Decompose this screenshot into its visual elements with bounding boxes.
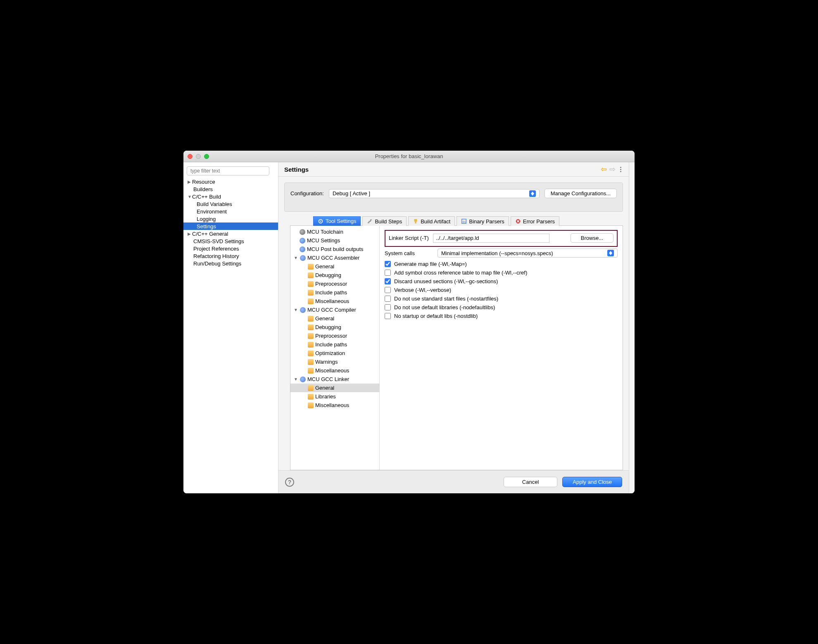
tree-label: Logging: [197, 216, 216, 222]
view-menu-icon[interactable]: [618, 167, 623, 172]
tool-c-misc[interactable]: Miscellaneous: [290, 366, 379, 375]
tool-label: Preprocessor: [315, 281, 347, 287]
main-panel: Settings ⇦ ⇨ Configuration: Debug [ Acti…: [278, 162, 629, 493]
help-icon[interactable]: ?: [285, 478, 294, 487]
back-icon[interactable]: ⇦: [601, 165, 607, 174]
tool-c-debug[interactable]: Debugging: [290, 323, 379, 331]
sidebar: ▶Resource Builders ▼C/C++ Build Build Va…: [183, 162, 278, 493]
tool-c-warn[interactable]: Warnings: [290, 358, 379, 366]
tab-build-artifact[interactable]: Build Artifact: [408, 216, 455, 226]
tool-compiler[interactable]: ▼MCU GCC Compiler: [290, 305, 379, 314]
cancel-button[interactable]: Cancel: [504, 477, 557, 487]
tool-label: General: [315, 385, 334, 391]
tool-icon: [300, 376, 306, 382]
syscalls-select[interactable]: Minimal implementation (--specs=nosys.sp…: [438, 249, 618, 258]
tab-label: Binary Parsers: [469, 218, 504, 225]
tool-asm-debug[interactable]: Debugging: [290, 271, 379, 279]
tree-item-settings[interactable]: Settings: [183, 223, 278, 230]
syscalls-row: System calls Minimal implementation (--s…: [385, 249, 618, 258]
tab-error-parsers[interactable]: Error Parsers: [511, 216, 559, 226]
cb-cref[interactable]: [385, 270, 391, 276]
tool-c-include[interactable]: Include paths: [290, 340, 379, 349]
tree-item-builders[interactable]: Builders: [183, 185, 278, 193]
category-tree: ▶Resource Builders ▼C/C++ Build Build Va…: [183, 178, 278, 267]
cb-map-row: Generate map file (-Wl,-Map=): [385, 261, 618, 267]
manage-configurations-button[interactable]: Manage Configurations...: [545, 189, 617, 198]
scrollbar[interactable]: [629, 162, 635, 493]
tool-label: MCU GCC Linker: [307, 376, 349, 382]
tool-l-misc[interactable]: Miscellaneous: [290, 401, 379, 410]
tab-label: Build Steps: [375, 218, 402, 225]
tool-icon: [300, 255, 306, 261]
folder-icon: [308, 350, 314, 356]
tab-binary-parsers[interactable]: 01 Binary Parsers: [457, 216, 509, 226]
tool-asm-general[interactable]: General: [290, 262, 379, 271]
settings-panel: Tool Settings Build Steps Build Artifact…: [290, 216, 623, 470]
tree-label: C/C++ Build: [192, 194, 221, 200]
tool-label: Debugging: [315, 272, 341, 278]
tree-item-cppgeneral[interactable]: ▶C/C++ General: [183, 230, 278, 237]
folder-icon: [308, 402, 314, 408]
tool-l-libs[interactable]: Libraries: [290, 392, 379, 401]
tool-label: MCU Toolchain: [307, 229, 343, 235]
cb-gc-sections[interactable]: [385, 278, 391, 284]
tool-asm[interactable]: ▼MCU GCC Assembler: [290, 253, 379, 262]
cb-nostdlib-row: No startup or default libs (-nostdlib): [385, 313, 618, 319]
tool-c-general[interactable]: General: [290, 314, 379, 323]
apply-close-button[interactable]: Apply and Close: [562, 477, 622, 487]
folder-icon: [308, 272, 314, 278]
syscalls-label: System calls: [385, 250, 433, 256]
tool-l-general[interactable]: General: [290, 384, 379, 392]
tool-asm-include[interactable]: Include paths: [290, 288, 379, 297]
tree-item-resource[interactable]: ▶Resource: [183, 178, 278, 185]
tool-mcu-toolchain[interactable]: MCU Toolchain: [290, 227, 379, 236]
tool-asm-misc[interactable]: Miscellaneous: [290, 297, 379, 305]
tool-icon: [300, 238, 305, 244]
tree-label: Resource: [192, 179, 215, 185]
tree-label: Build Variables: [197, 201, 232, 207]
tool-label: Miscellaneous: [315, 367, 349, 374]
cb-nodefaultlibs[interactable]: [385, 304, 391, 310]
linker-script-input[interactable]: [433, 234, 549, 243]
linker-script-label: Linker Script (-T): [389, 235, 429, 241]
tool-asm-preproc[interactable]: Preprocessor: [290, 279, 379, 288]
svg-text:01: 01: [463, 220, 466, 223]
tree-item-cppbuild[interactable]: ▼C/C++ Build: [183, 193, 278, 200]
tool-label: Warnings: [315, 359, 338, 365]
tab-build-steps[interactable]: Build Steps: [362, 216, 407, 226]
steps-icon: [367, 218, 373, 224]
config-select[interactable]: Debug [ Active ]: [329, 189, 540, 198]
tree-item-buildvars[interactable]: Build Variables: [183, 200, 278, 208]
footer-buttons: Cancel Apply and Close: [504, 477, 622, 487]
tool-label: Miscellaneous: [315, 298, 349, 304]
folder-icon: [308, 359, 314, 365]
cb-verbose[interactable]: [385, 287, 391, 293]
tool-label: MCU GCC Compiler: [307, 307, 356, 313]
tree-item-env[interactable]: Environment: [183, 208, 278, 215]
tree-item-logging[interactable]: Logging: [183, 215, 278, 223]
tree-item-refactor[interactable]: Refactoring History: [183, 252, 278, 260]
cb-nostdlib[interactable]: [385, 313, 391, 319]
cb-nostartfiles[interactable]: [385, 296, 391, 302]
tool-mcu-post[interactable]: MCU Post build outputs: [290, 245, 379, 253]
cb-generate-map[interactable]: [385, 261, 391, 267]
tool-c-preproc[interactable]: Preprocessor: [290, 331, 379, 340]
tool-label: Miscellaneous: [315, 402, 349, 408]
browse-button[interactable]: Browse...: [571, 233, 614, 243]
tree-label: CMSIS-SVD Settings: [193, 238, 244, 244]
tree-item-rundebug[interactable]: Run/Debug Settings: [183, 260, 278, 267]
tool-linker[interactable]: ▼MCU GCC Linker: [290, 375, 379, 384]
header-nav: ⇦ ⇨: [601, 165, 623, 174]
trophy-icon: [413, 218, 419, 224]
footer: ? Cancel Apply and Close: [278, 470, 629, 493]
tabstrip: Tool Settings Build Steps Build Artifact…: [290, 216, 623, 225]
tab-tool-settings[interactable]: Tool Settings: [313, 216, 361, 226]
tool-mcu-settings[interactable]: MCU Settings: [290, 236, 379, 245]
tool-label: Debugging: [315, 324, 341, 330]
tree-item-cmsis[interactable]: CMSIS-SVD Settings: [183, 237, 278, 245]
forward-icon[interactable]: ⇨: [609, 165, 616, 174]
filter-input[interactable]: [187, 166, 269, 175]
tool-c-opt[interactable]: Optimization: [290, 349, 379, 358]
tree-item-projrefs[interactable]: Project References: [183, 245, 278, 252]
tool-label: Preprocessor: [315, 333, 347, 339]
